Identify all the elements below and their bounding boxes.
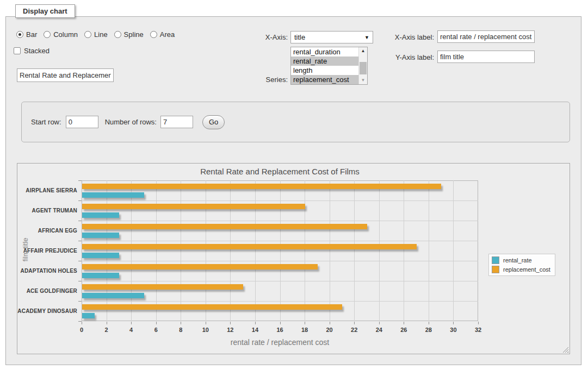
gridline-vertical	[305, 180, 305, 321]
bar-rental_rate	[82, 212, 119, 218]
series-option-replacement_cost[interactable]: replacement_cost	[291, 75, 358, 84]
x-axis-tick	[354, 322, 355, 324]
x-tick-label: 14	[252, 327, 258, 333]
x-axis-tick	[305, 322, 305, 324]
bar-rental_rate	[82, 192, 144, 198]
display-chart-tab-label: Display chart	[23, 7, 67, 15]
legend-label: rental_rate	[503, 257, 532, 264]
chart-container: Rental Rate and Replacement Cost of Film…	[17, 163, 570, 354]
gridline-vertical	[379, 180, 380, 321]
x-tick-label: 24	[376, 327, 382, 333]
number-of-rows-input[interactable]	[160, 116, 193, 128]
x-tick-label: 12	[227, 327, 233, 333]
legend-swatch	[492, 256, 499, 264]
gridline-vertical	[330, 180, 330, 321]
x-tick-label: 6	[154, 327, 158, 333]
gridline-vertical	[404, 180, 404, 321]
x-tick-label: 10	[202, 327, 209, 333]
y-axis-tick	[78, 261, 82, 261]
gridline-vertical	[156, 180, 157, 321]
series-label: Series:	[6, 76, 288, 84]
y-axis-label-input[interactable]	[437, 51, 535, 63]
series-multiselect[interactable]: rental_durationrental_ratelengthreplacem…	[290, 47, 368, 85]
start-row-input[interactable]	[66, 116, 98, 128]
bar-rental_rate	[82, 313, 95, 318]
x-axis-tick	[131, 322, 132, 324]
gridline-horizontal	[82, 301, 478, 302]
x-axis-tick	[156, 322, 157, 324]
x-tick-label: 20	[326, 327, 333, 333]
y-axis-title: film title	[21, 211, 29, 287]
series-option-length[interactable]: length	[291, 66, 358, 75]
bar-rental_rate	[82, 273, 119, 278]
legend-label: replacement_cost	[503, 266, 550, 273]
scrollbar-thumb[interactable]	[360, 62, 367, 74]
y-axis-tick	[78, 321, 82, 322]
legend-swatch	[492, 266, 499, 273]
chart-legend: rental_ratereplacement_cost	[488, 254, 555, 276]
x-tick-label: 26	[400, 327, 407, 333]
gridline-vertical	[181, 180, 181, 321]
x-axis-tick	[280, 322, 281, 324]
y-axis-tick	[78, 180, 82, 181]
bar-replacement_cost	[82, 204, 305, 209]
legend-item: rental_rate	[492, 256, 550, 264]
y-axis-tick	[78, 301, 82, 302]
go-button[interactable]: Go	[202, 115, 225, 129]
gridline-vertical	[206, 180, 206, 321]
y-axis-label-label: Y-Axis label:	[6, 53, 434, 61]
x-tick-label: 8	[179, 327, 182, 333]
row-range-panel: Start row: Number of rows: Go	[21, 102, 570, 142]
bar-rental_rate	[82, 293, 144, 298]
x-axis-title: rental rate / replacement cost	[82, 338, 478, 347]
bar-replacement_cost	[82, 244, 417, 249]
x-tick-label: 22	[351, 327, 357, 333]
x-axis-tick	[181, 322, 181, 324]
x-axis-tick	[478, 322, 479, 324]
x-axis-tick	[82, 322, 82, 324]
x-axis-label-label: X-Axis label:	[6, 33, 434, 41]
gridline-vertical	[131, 180, 132, 321]
gridline-vertical	[280, 180, 281, 321]
x-axis-tick	[107, 322, 107, 324]
x-axis-tick	[453, 322, 454, 324]
gridline-vertical	[255, 180, 256, 321]
y-axis-tick	[78, 241, 82, 241]
bar-rental_rate	[82, 233, 119, 238]
gridline-vertical	[354, 180, 355, 321]
bar-replacement_cost	[82, 264, 318, 269]
scroll-down-icon[interactable]: ▼	[359, 77, 367, 84]
x-tick-label: 2	[105, 327, 108, 333]
y-axis-tick	[78, 200, 82, 201]
legend-item: replacement_cost	[492, 266, 550, 273]
gridline-vertical	[230, 180, 231, 321]
y-axis-tick	[78, 281, 82, 281]
x-axis-tick	[255, 322, 256, 324]
gridline-vertical	[429, 180, 429, 321]
gridline-horizontal	[82, 200, 478, 201]
x-axis-label-input[interactable]	[437, 30, 535, 43]
x-axis-tick	[206, 322, 206, 324]
x-tick-label: 18	[301, 327, 308, 333]
x-axis-tick	[404, 322, 404, 324]
gridline-vertical	[453, 180, 454, 321]
y-category-label: AIRPLANE SIERRA	[17, 180, 77, 200]
bar-replacement_cost	[82, 304, 342, 310]
y-category-label: ACADEMY DINOSAUR	[17, 301, 77, 321]
x-tick-label: 0	[80, 327, 83, 333]
resize-handle-icon[interactable]	[562, 347, 568, 353]
gridline-horizontal	[82, 281, 478, 281]
x-axis-tick	[230, 322, 231, 324]
x-axis-tick	[330, 322, 330, 324]
start-row-label: Start row:	[31, 118, 61, 126]
gridline-horizontal	[82, 261, 478, 261]
display-chart-panel: BarColumnLineSplineArea Stacked X-Axis: …	[5, 16, 581, 365]
chart-title: Rental Rate and Replacement Cost of Film…	[82, 167, 478, 176]
display-chart-tab: Display chart	[15, 4, 75, 18]
y-axis-tick	[78, 221, 82, 221]
bar-rental_rate	[82, 253, 119, 258]
gridline-horizontal	[82, 241, 478, 241]
gridline-vertical	[107, 180, 107, 321]
x-tick-label: 28	[425, 327, 432, 333]
x-axis-tick	[429, 322, 429, 324]
